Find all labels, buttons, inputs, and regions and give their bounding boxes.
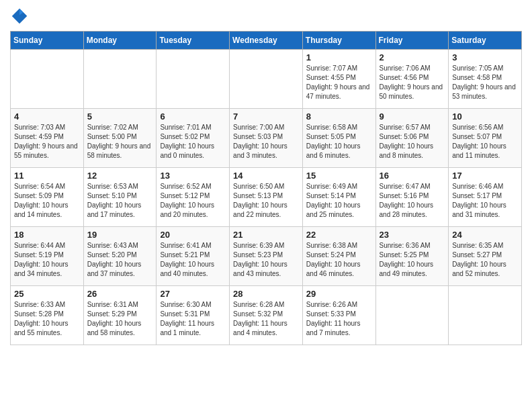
day-number: 23: [380, 230, 445, 240]
day-info: Sunrise: 6:39 AM Sunset: 5:23 PM Dayligh…: [233, 241, 299, 279]
day-info: Sunrise: 7:06 AM Sunset: 4:56 PM Dayligh…: [380, 64, 445, 101]
day-info: Sunrise: 6:30 AM Sunset: 5:31 PM Dayligh…: [160, 300, 226, 338]
logo: [10, 7, 32, 26]
logo-icon: [10, 7, 29, 26]
day-info: Sunrise: 6:47 AM Sunset: 5:16 PM Dayligh…: [380, 182, 445, 220]
day-number: 15: [306, 171, 372, 181]
day-number: 14: [233, 171, 299, 181]
day-number: 7: [233, 111, 299, 122]
day-number: 10: [452, 111, 518, 122]
week-row-4: 18Sunrise: 6:44 AM Sunset: 5:19 PM Dayli…: [11, 227, 522, 286]
day-number: 20: [160, 230, 226, 240]
calendar-cell: [157, 50, 230, 109]
day-number: 3: [452, 52, 518, 62]
calendar-cell: 25Sunrise: 6:33 AM Sunset: 5:28 PM Dayli…: [11, 286, 84, 345]
calendar-cell: 18Sunrise: 6:44 AM Sunset: 5:19 PM Dayli…: [11, 227, 84, 286]
day-info: Sunrise: 7:01 AM Sunset: 5:02 PM Dayligh…: [160, 123, 226, 161]
day-info: Sunrise: 6:46 AM Sunset: 5:17 PM Dayligh…: [452, 182, 518, 220]
day-info: Sunrise: 6:35 AM Sunset: 5:27 PM Dayligh…: [452, 241, 518, 279]
calendar-cell: 21Sunrise: 6:39 AM Sunset: 5:23 PM Dayli…: [230, 227, 303, 286]
week-row-3: 11Sunrise: 6:54 AM Sunset: 5:09 PM Dayli…: [11, 168, 522, 227]
day-info: Sunrise: 6:41 AM Sunset: 5:21 PM Dayligh…: [160, 241, 226, 279]
day-number: 17: [452, 171, 518, 181]
calendar-cell: 24Sunrise: 6:35 AM Sunset: 5:27 PM Dayli…: [449, 227, 522, 286]
weekday-header-monday: Monday: [83, 32, 157, 50]
day-number: 16: [380, 171, 445, 181]
day-number: 8: [306, 111, 372, 122]
weekday-header-friday: Friday: [375, 32, 449, 50]
day-number: 1: [306, 52, 372, 62]
week-row-5: 25Sunrise: 6:33 AM Sunset: 5:28 PM Dayli…: [11, 286, 522, 345]
calendar-cell: 4Sunrise: 7:03 AM Sunset: 4:59 PM Daylig…: [11, 109, 84, 168]
weekday-header-saturday: Saturday: [449, 32, 522, 50]
day-number: 28: [233, 289, 299, 299]
day-number: 11: [14, 171, 80, 181]
calendar-cell: 14Sunrise: 6:50 AM Sunset: 5:13 PM Dayli…: [230, 168, 303, 227]
weekday-header-row: SundayMondayTuesdayWednesdayThursdayFrid…: [11, 32, 522, 50]
day-number: 4: [14, 111, 80, 122]
day-number: 2: [380, 52, 445, 62]
day-info: Sunrise: 7:00 AM Sunset: 5:03 PM Dayligh…: [233, 123, 299, 161]
calendar-cell: 7Sunrise: 7:00 AM Sunset: 5:03 PM Daylig…: [230, 109, 303, 168]
calendar-cell: 1Sunrise: 7:07 AM Sunset: 4:55 PM Daylig…: [302, 50, 375, 109]
day-info: Sunrise: 6:57 AM Sunset: 5:06 PM Dayligh…: [380, 123, 445, 161]
weekday-header-thursday: Thursday: [302, 32, 375, 50]
calendar-cell: 23Sunrise: 6:36 AM Sunset: 5:25 PM Dayli…: [375, 227, 449, 286]
day-number: 6: [160, 111, 226, 122]
calendar-table: SundayMondayTuesdayWednesdayThursdayFrid…: [10, 31, 522, 345]
day-number: 12: [87, 171, 153, 181]
day-number: 5: [87, 111, 153, 122]
day-number: 19: [87, 230, 153, 240]
day-number: 22: [306, 230, 372, 240]
calendar-cell: 16Sunrise: 6:47 AM Sunset: 5:16 PM Dayli…: [375, 168, 449, 227]
day-info: Sunrise: 7:05 AM Sunset: 4:58 PM Dayligh…: [452, 64, 518, 101]
calendar-cell: 17Sunrise: 6:46 AM Sunset: 5:17 PM Dayli…: [449, 168, 522, 227]
week-row-2: 4Sunrise: 7:03 AM Sunset: 4:59 PM Daylig…: [11, 109, 522, 168]
calendar-cell: 15Sunrise: 6:49 AM Sunset: 5:14 PM Dayli…: [302, 168, 375, 227]
day-info: Sunrise: 6:31 AM Sunset: 5:29 PM Dayligh…: [87, 300, 153, 338]
calendar-cell: 13Sunrise: 6:52 AM Sunset: 5:12 PM Dayli…: [157, 168, 230, 227]
calendar-cell: 10Sunrise: 6:56 AM Sunset: 5:07 PM Dayli…: [449, 109, 522, 168]
day-info: Sunrise: 6:28 AM Sunset: 5:32 PM Dayligh…: [233, 300, 299, 338]
weekday-header-wednesday: Wednesday: [230, 32, 303, 50]
calendar-cell: 2Sunrise: 7:06 AM Sunset: 4:56 PM Daylig…: [375, 50, 449, 109]
day-info: Sunrise: 6:49 AM Sunset: 5:14 PM Dayligh…: [306, 182, 372, 220]
day-info: Sunrise: 6:56 AM Sunset: 5:07 PM Dayligh…: [452, 123, 518, 161]
day-number: 21: [233, 230, 299, 240]
calendar-cell: 27Sunrise: 6:30 AM Sunset: 5:31 PM Dayli…: [157, 286, 230, 345]
calendar-cell: 20Sunrise: 6:41 AM Sunset: 5:21 PM Dayli…: [157, 227, 230, 286]
day-number: 18: [14, 230, 80, 240]
weekday-header-tuesday: Tuesday: [157, 32, 230, 50]
day-info: Sunrise: 7:03 AM Sunset: 4:59 PM Dayligh…: [14, 123, 80, 161]
calendar-cell: 12Sunrise: 6:53 AM Sunset: 5:10 PM Dayli…: [83, 168, 157, 227]
calendar-cell: 9Sunrise: 6:57 AM Sunset: 5:06 PM Daylig…: [375, 109, 449, 168]
calendar-cell: 29Sunrise: 6:26 AM Sunset: 5:33 PM Dayli…: [302, 286, 375, 345]
calendar-cell: [83, 50, 157, 109]
calendar-cell: [449, 286, 522, 345]
day-info: Sunrise: 6:54 AM Sunset: 5:09 PM Dayligh…: [14, 182, 80, 220]
day-info: Sunrise: 6:50 AM Sunset: 5:13 PM Dayligh…: [233, 182, 299, 220]
day-number: 27: [160, 289, 226, 299]
day-info: Sunrise: 6:44 AM Sunset: 5:19 PM Dayligh…: [14, 241, 80, 279]
calendar-cell: 5Sunrise: 7:02 AM Sunset: 5:00 PM Daylig…: [83, 109, 157, 168]
calendar-cell: 6Sunrise: 7:01 AM Sunset: 5:02 PM Daylig…: [157, 109, 230, 168]
day-info: Sunrise: 6:33 AM Sunset: 5:28 PM Dayligh…: [14, 300, 80, 338]
day-number: 25: [14, 289, 80, 299]
header: [10, 7, 522, 26]
calendar-cell: 19Sunrise: 6:43 AM Sunset: 5:20 PM Dayli…: [83, 227, 157, 286]
day-info: Sunrise: 6:53 AM Sunset: 5:10 PM Dayligh…: [87, 182, 153, 220]
calendar-cell: 28Sunrise: 6:28 AM Sunset: 5:32 PM Dayli…: [230, 286, 303, 345]
calendar-cell: 26Sunrise: 6:31 AM Sunset: 5:29 PM Dayli…: [83, 286, 157, 345]
day-info: Sunrise: 6:36 AM Sunset: 5:25 PM Dayligh…: [380, 241, 445, 279]
calendar-cell: 3Sunrise: 7:05 AM Sunset: 4:58 PM Daylig…: [449, 50, 522, 109]
calendar-cell: [375, 286, 449, 345]
calendar-cell: 8Sunrise: 6:58 AM Sunset: 5:05 PM Daylig…: [302, 109, 375, 168]
day-info: Sunrise: 6:43 AM Sunset: 5:20 PM Dayligh…: [87, 241, 153, 279]
day-number: 29: [306, 289, 372, 299]
day-info: Sunrise: 7:07 AM Sunset: 4:55 PM Dayligh…: [306, 64, 372, 101]
calendar-cell: [11, 50, 84, 109]
day-number: 26: [87, 289, 153, 299]
week-row-1: 1Sunrise: 7:07 AM Sunset: 4:55 PM Daylig…: [11, 50, 522, 109]
day-info: Sunrise: 6:26 AM Sunset: 5:33 PM Dayligh…: [306, 300, 372, 338]
calendar-cell: 22Sunrise: 6:38 AM Sunset: 5:24 PM Dayli…: [302, 227, 375, 286]
